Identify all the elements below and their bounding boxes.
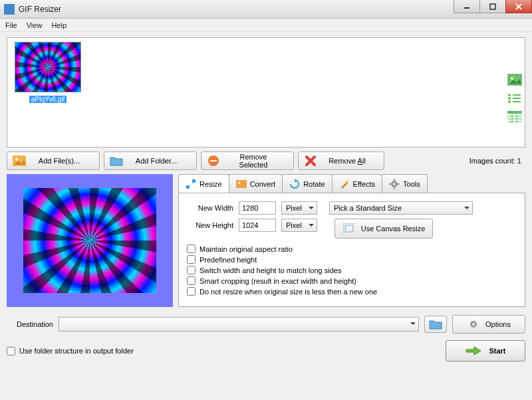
chk-aspect-ratio[interactable]: Maintain original aspect ratio — [187, 245, 517, 253]
titlebar: GIF Resizer — [0, 0, 532, 19]
svg-rect-9 — [513, 98, 521, 99]
remove-selected-label: Remove Selected — [225, 153, 288, 169]
options-label: Options — [485, 320, 511, 328]
destination-select[interactable] — [59, 317, 419, 332]
remove-selected-button[interactable]: Remove Selected — [201, 151, 294, 170]
svg-point-19 — [15, 158, 18, 161]
svg-rect-21 — [210, 160, 217, 161]
gear-icon — [467, 318, 480, 330]
window-title: GIF Resizer — [19, 5, 454, 14]
minimize-button[interactable] — [454, 0, 480, 13]
add-folder-label: Add Folder... — [128, 157, 191, 165]
width-unit-select[interactable]: Pixel — [281, 201, 317, 215]
app-icon — [4, 4, 15, 15]
canvas-icon — [342, 223, 356, 235]
folder-icon — [110, 155, 123, 167]
remove-selected-icon — [207, 155, 220, 167]
tab-convert[interactable]: Convert — [229, 174, 283, 193]
tab-resize[interactable]: Resize — [178, 174, 229, 193]
close-button[interactable] — [505, 0, 532, 13]
thumbnail-item[interactable]: aPIqYv6.gif — [11, 42, 84, 103]
rotate-icon — [289, 179, 300, 189]
preview-panel — [7, 174, 173, 307]
tab-strip: Resize Convert Rotate Effects Tools — [178, 174, 525, 193]
resize-icon — [186, 179, 196, 189]
svg-rect-24 — [236, 180, 247, 188]
tab-convert-label: Convert — [250, 180, 276, 188]
thumbnail-filename: aPIqYv6.gif — [29, 96, 67, 103]
images-count-label: Images count: 1 — [469, 157, 525, 165]
tab-effects-label: Effects — [353, 180, 375, 188]
thumbnail-image — [15, 42, 81, 92]
tab-body: New Width Pixel New Height Pixel Pick a … — [178, 193, 525, 307]
tools-icon — [389, 179, 400, 189]
svg-point-6 — [508, 94, 511, 96]
maximize-button[interactable] — [479, 0, 506, 13]
start-label: Start — [489, 347, 505, 355]
remove-all-icon — [304, 155, 317, 167]
browse-destination-button[interactable] — [424, 316, 447, 333]
menu-help[interactable]: Help — [51, 21, 66, 29]
tab-tools-label: Tools — [403, 180, 420, 188]
add-files-icon — [13, 155, 26, 167]
convert-icon — [236, 179, 247, 189]
destination-label: Destination — [7, 320, 53, 328]
browse-folder-icon — [429, 319, 442, 330]
standard-size-select[interactable]: Pick a Standard Size — [329, 201, 473, 215]
tab-rotate[interactable]: Rotate — [282, 174, 332, 193]
start-arrow-icon — [465, 346, 482, 356]
new-height-label: New Height — [187, 221, 233, 229]
view-thumbnails-icon[interactable] — [507, 73, 523, 86]
chk-smart-crop[interactable]: Smart cropping (result in exact width an… — [187, 276, 517, 285]
chk-switch-sides[interactable]: Switch width and height to match long si… — [187, 266, 517, 274]
new-width-input[interactable] — [239, 201, 276, 215]
height-unit-select[interactable]: Pixel — [281, 219, 317, 232]
view-list-icon[interactable] — [507, 92, 523, 105]
new-width-label: New Width — [187, 204, 233, 212]
add-folder-button[interactable]: Add Folder... — [104, 151, 197, 170]
svg-point-10 — [508, 100, 511, 103]
tab-effects[interactable]: Effects — [332, 174, 382, 193]
svg-rect-32 — [345, 225, 353, 232]
canvas-resize-button[interactable]: Use Canvas Resize — [334, 219, 433, 239]
remove-all-label: Remove All — [323, 157, 378, 165]
menu-view[interactable]: View — [27, 21, 43, 29]
preview-image — [23, 188, 156, 293]
new-height-input[interactable] — [239, 219, 276, 232]
svg-point-27 — [393, 183, 396, 185]
tab-rotate-label: Rotate — [303, 180, 325, 188]
tab-resize-label: Resize — [200, 180, 222, 188]
svg-rect-7 — [513, 94, 521, 96]
menu-file[interactable]: File — [5, 21, 17, 29]
svg-rect-11 — [513, 101, 521, 102]
thumbnail-list[interactable]: aPIqYv6.gif — [7, 37, 525, 148]
start-button[interactable]: Start — [446, 340, 525, 361]
svg-point-25 — [238, 181, 240, 183]
svg-point-5 — [511, 77, 513, 80]
remove-all-button[interactable]: Remove All — [298, 151, 384, 170]
add-files-label: Add File(s)... — [31, 157, 94, 165]
view-grid-icon[interactable] — [507, 110, 523, 124]
chk-folder-structure[interactable]: Use folder structure in output folder — [7, 347, 134, 355]
menubar: File View Help — [0, 19, 532, 32]
add-files-button[interactable]: Add File(s)... — [7, 151, 100, 170]
svg-point-36 — [472, 323, 475, 326]
tab-tools[interactable]: Tools — [382, 174, 428, 193]
svg-point-8 — [508, 97, 511, 100]
svg-rect-12 — [507, 111, 522, 114]
options-button[interactable]: Options — [452, 315, 525, 334]
effects-icon — [339, 179, 350, 189]
chk-predefined-height[interactable]: Predefined height — [187, 255, 517, 264]
canvas-resize-label: Use Canvas Resize — [361, 225, 426, 233]
svg-rect-1 — [490, 4, 495, 9]
chk-no-resize-smaller[interactable]: Do not resize when original size is less… — [187, 287, 517, 296]
